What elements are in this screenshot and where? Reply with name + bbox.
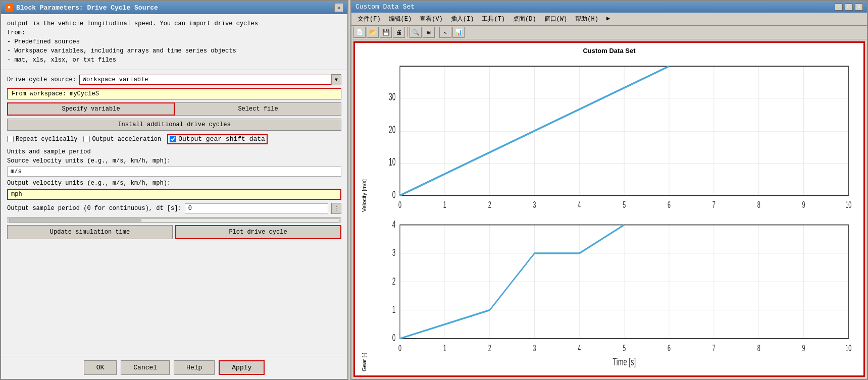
gear-chart-svg: 0 1 2 3 4 0 1 2 3 4 5 6 (367, 216, 859, 371)
toolbar-data[interactable]: 📊 (452, 27, 465, 38)
select-file-button[interactable]: Select file (175, 102, 341, 116)
toolbar-print[interactable]: 🖨 (393, 27, 405, 38)
svg-text:10: 10 (389, 155, 395, 168)
chart-area: Custom Data Set Velocity [m/s] (353, 41, 865, 377)
update-simulation-button[interactable]: Update simulation time (7, 225, 173, 239)
svg-text:2: 2 (488, 343, 491, 353)
action-row: Update simulation time Plot drive cycle (7, 225, 341, 239)
app-icon: ■ (5, 4, 13, 12)
window-title: Block Parameters: Drive Cycle Source (16, 4, 158, 12)
install-drive-cycles-button[interactable]: Install additional drive cycles (7, 119, 341, 131)
svg-text:1: 1 (392, 304, 396, 315)
output-velocity-label: Output velocity units (e.g., m/s, km/h, … (7, 180, 341, 187)
title-bar: ■ Block Parameters: Drive Cycle Source ✕ (1, 1, 347, 14)
velocity-chart-wrapper: Velocity [m/s] (359, 57, 859, 212)
scrollbar-thumb (10, 219, 141, 222)
menu-bar: 文件(F) 编辑(E) 查看(V) 插入(I) 工具(T) 桌面(D) 窗口(W… (351, 13, 867, 26)
svg-text:20: 20 (389, 123, 395, 136)
menu-desktop[interactable]: 桌面(D) (509, 14, 540, 24)
svg-text:1: 1 (443, 343, 446, 353)
menu-window[interactable]: 窗口(W) (540, 14, 572, 24)
svg-text:5: 5 (623, 343, 626, 353)
svg-text:2: 2 (392, 275, 396, 286)
toolbar-zoom[interactable]: 🔍 (410, 27, 422, 38)
cancel-button[interactable]: Cancel (121, 360, 170, 375)
desc-line-5: - mat, xls, xlsx, or txt files (7, 56, 341, 65)
desc-line-1: output is the vehicle longitudinal speed… (7, 19, 341, 28)
minimize-button[interactable]: ─ (835, 4, 843, 11)
drive-cycle-row: Drive cycle source: Workspace variable ▼ (7, 74, 341, 85)
svg-text:5: 5 (623, 199, 626, 210)
help-button[interactable]: Help (174, 360, 215, 375)
output-acceleration-checkbox[interactable] (83, 136, 90, 142)
gear-svg-area: 0 1 2 3 4 0 1 2 3 4 5 6 (367, 216, 859, 371)
maximize-button[interactable]: □ (845, 4, 853, 11)
repeat-cyclically-checkbox[interactable] (7, 136, 14, 142)
menu-edit[interactable]: 编辑(E) (385, 14, 416, 24)
svg-text:10: 10 (845, 343, 851, 353)
toolbar: 📄 📂 💾 🖨 🔍 ⊞ ↖ 📊 (351, 26, 867, 39)
gear-y-axis-label: Gear [-] (359, 216, 367, 371)
drive-cycle-dropdown-arrow[interactable]: ▼ (331, 74, 341, 85)
gear-chart-wrapper: Gear [-] (359, 216, 859, 371)
params-area: Drive cycle source: Workspace variable ▼… (1, 70, 347, 356)
specify-variable-button[interactable]: Specify variable (7, 102, 175, 116)
title-bar-left: ■ Block Parameters: Drive Cycle Source (5, 4, 158, 12)
svg-text:0: 0 (398, 343, 401, 353)
right-title-bar: Custom Data Set ─ □ ✕ (351, 1, 867, 13)
toolbar-cursor[interactable]: ↖ (439, 27, 451, 38)
svg-text:4: 4 (578, 199, 581, 210)
chart-container: Velocity [m/s] (359, 57, 859, 371)
gear-chart-inner: 0 1 2 3 4 0 1 2 3 4 5 6 (367, 216, 859, 371)
svg-text:6: 6 (668, 343, 671, 353)
sample-period-menu-button[interactable]: ⋮ (331, 203, 341, 214)
svg-text:10: 10 (845, 199, 851, 210)
svg-text:30: 30 (389, 90, 395, 103)
output-gear-checkbox[interactable] (170, 136, 176, 142)
source-velocity-input[interactable] (7, 167, 341, 177)
right-window-title: Custom Data Set (355, 3, 415, 11)
menu-expand[interactable]: ▶ (602, 14, 614, 24)
workspace-row: From workspace: myCycleS (7, 88, 341, 99)
output-velocity-input[interactable] (7, 189, 341, 200)
source-velocity-label: Source velocity units (e.g., m/s, km/h, … (7, 157, 341, 165)
sample-period-input[interactable] (185, 203, 328, 213)
svg-text:6: 6 (668, 199, 671, 210)
sample-period-label: Output sample period (0 for continuous),… (7, 205, 182, 212)
svg-text:7: 7 (712, 343, 716, 353)
menu-file[interactable]: 文件(F) (353, 14, 385, 24)
drive-cycle-value[interactable]: Workspace variable (79, 75, 331, 85)
svg-text:7: 7 (712, 199, 716, 210)
velocity-chart-inner: 0 10 20 30 0 1 2 3 4 5 6 7 (367, 57, 859, 212)
output-gear-label: Output gear shift data (178, 135, 265, 143)
toolbar-open[interactable]: 📂 (367, 27, 379, 38)
close-button[interactable]: ✕ (334, 3, 343, 12)
output-acceleration-item[interactable]: Output acceleration (83, 136, 161, 143)
apply-button[interactable]: Apply (219, 360, 265, 375)
toolbar-grid[interactable]: ⊞ (423, 27, 435, 38)
svg-text:3: 3 (533, 343, 536, 353)
svg-text:0: 0 (392, 188, 396, 201)
svg-text:8: 8 (757, 199, 760, 210)
svg-text:Time [s]: Time [s] (612, 355, 636, 367)
plot-drive-cycle-button[interactable]: Plot drive cycle (175, 225, 341, 239)
velocity-svg-area: 0 10 20 30 0 1 2 3 4 5 6 7 (367, 57, 859, 212)
svg-text:3: 3 (392, 247, 396, 258)
menu-insert[interactable]: 插入(I) (447, 14, 478, 24)
toolbar-save[interactable]: 💾 (380, 27, 392, 38)
menu-view[interactable]: 查看(V) (416, 14, 447, 24)
horizontal-scrollbar[interactable] (7, 217, 341, 223)
output-gear-item[interactable]: Output gear shift data (167, 134, 268, 144)
drive-cycle-dropdown-container: Workspace variable ▼ (79, 74, 341, 85)
repeat-cyclically-item[interactable]: Repeat cyclically (7, 136, 77, 143)
velocity-y-axis-label: Velocity [m/s] (359, 57, 367, 212)
svg-text:9: 9 (802, 343, 805, 353)
desc-line-2: from: (7, 28, 341, 37)
ok-button[interactable]: OK (84, 360, 117, 375)
menu-tools[interactable]: 工具(T) (478, 14, 509, 24)
close-right-button[interactable]: ✕ (855, 4, 863, 11)
toolbar-new[interactable]: 📄 (353, 27, 366, 38)
left-panel: ■ Block Parameters: Drive Cycle Source ✕… (0, 0, 348, 380)
scrollbar-track (9, 219, 339, 223)
menu-help[interactable]: 帮助(H) (571, 14, 602, 24)
